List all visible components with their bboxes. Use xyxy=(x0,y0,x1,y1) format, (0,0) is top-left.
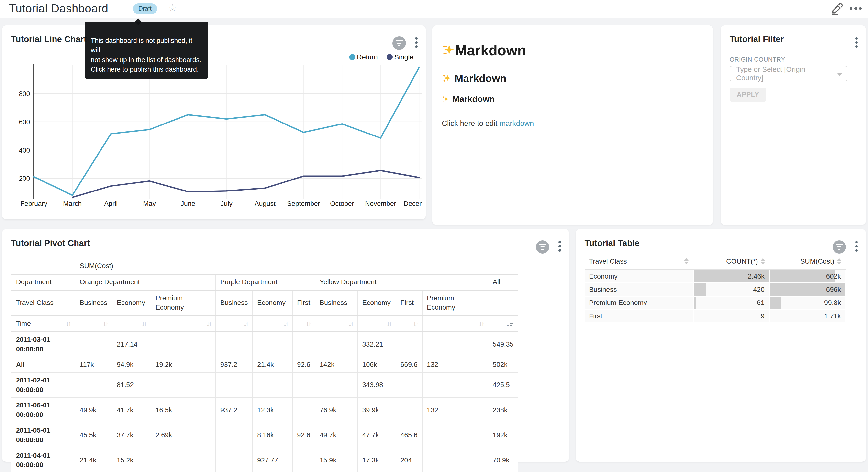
pivot-row-label: 2011-06-01 00:00:00 xyxy=(11,397,75,423)
col-header-travel-class[interactable]: Travel Class xyxy=(585,255,693,269)
pivot-class-header: Premium Economy xyxy=(422,290,488,316)
pivot-class-header: Business xyxy=(216,290,253,316)
origin-country-select[interactable]: Type or Select [Origin Country] xyxy=(730,66,847,81)
sort-icon[interactable]: ↓↑ xyxy=(103,319,107,328)
pivot-cell: 8.16k xyxy=(253,423,292,448)
pivot-cell xyxy=(216,373,253,398)
pivot-cell xyxy=(216,448,253,472)
pivot-data-row: 2011-05-01 00:00:0045.5k37.7k2.69k8.16k9… xyxy=(11,423,518,448)
pivot-cell: 92.6 xyxy=(292,423,315,448)
pivot-cell: 549.35 xyxy=(488,332,518,357)
pivot-cell xyxy=(422,423,488,448)
column-sorter-icon[interactable] xyxy=(837,258,841,264)
dashboard-app: Tutorial Dashboard Draft ☆ This dashboar… xyxy=(0,0,868,472)
sort-desc-icon[interactable]: ↓ xyxy=(506,319,514,328)
svg-text:October: October xyxy=(330,200,354,207)
filter-indicator-icon[interactable] xyxy=(833,240,846,254)
cell-sum: 696k xyxy=(770,283,846,296)
legend-item-single[interactable]: Single xyxy=(386,53,413,61)
pivot-class-header: First xyxy=(292,290,315,316)
pivot-cell: 132 xyxy=(422,357,488,373)
markdown-paragraph: Click here to edit markdown xyxy=(442,119,704,128)
filter-indicator-icon[interactable] xyxy=(393,36,406,50)
pivot-cell: 15.9k xyxy=(315,448,358,472)
pivot-cell: 19.2k xyxy=(151,357,216,373)
column-sorter-icon[interactable] xyxy=(761,258,765,264)
svg-text:June: June xyxy=(181,200,195,207)
pivot-cell xyxy=(396,397,422,423)
cell-count: 61 xyxy=(693,296,770,309)
chart-menu-kebab-icon[interactable] xyxy=(415,37,418,48)
edit-pencil-icon[interactable] xyxy=(830,2,843,16)
line-chart[interactable]: 200400600800FebruaryMarchAprilMayJuneJul… xyxy=(8,63,422,212)
pivot-cell xyxy=(216,423,253,448)
chart-menu-kebab-icon[interactable] xyxy=(855,241,858,252)
svg-text:600: 600 xyxy=(19,118,30,126)
cell-travel-class: Business xyxy=(585,283,693,296)
filter-menu-kebab-icon[interactable] xyxy=(855,37,858,48)
sparkles-icon xyxy=(442,43,455,57)
svg-text:April: April xyxy=(104,200,118,207)
pivot-metric-row: SUM(Cost) xyxy=(11,258,518,274)
pivot-row-dimension: Travel Class xyxy=(11,290,75,316)
svg-text:November: November xyxy=(365,200,396,207)
sort-icon[interactable]: ↓↑ xyxy=(413,319,417,328)
panel-tutorial-filter: Tutorial Filter ORIGIN COUNTRY Type or S… xyxy=(721,25,866,225)
pivot-time-dimension: Time↓↑ xyxy=(11,316,75,332)
pivot-cell xyxy=(315,373,358,398)
pivot-cell: 92.6 xyxy=(292,357,315,373)
pivot-cell: 117k xyxy=(75,357,112,373)
pivot-department-row: DepartmentOrange DepartmentPurple Depart… xyxy=(11,274,518,290)
filter-indicator-icon[interactable] xyxy=(536,240,549,254)
tooltip-arrow xyxy=(134,18,142,25)
pivot-class-header: Business xyxy=(75,290,112,316)
panel-tutorial-table: Tutorial Table Travel ClassCOUNT(*)SUM(C… xyxy=(576,229,866,462)
svg-text:September: September xyxy=(287,200,320,207)
sort-icon[interactable]: ↓↑ xyxy=(283,319,288,328)
svg-text:March: March xyxy=(63,200,82,207)
draft-status-badge[interactable]: Draft xyxy=(133,3,157,14)
col-header-count[interactable]: COUNT(*) xyxy=(693,255,770,269)
sort-icon[interactable]: ↓↑ xyxy=(142,319,146,328)
pivot-class-header: First xyxy=(396,290,422,316)
col-header-sum-cost[interactable]: SUM(Cost) xyxy=(770,255,846,269)
pivot-cell xyxy=(422,373,488,398)
markdown-edit-link[interactable]: markdown xyxy=(499,119,534,127)
sort-icon[interactable]: ↓↑ xyxy=(348,319,353,328)
pivot-class-row: Travel ClassBusinessEconomyPremium Econo… xyxy=(11,290,518,316)
pivot-cell: 94.9k xyxy=(112,357,151,373)
pivot-data-row: 2011-03-01 00:00:00217.14332.21549.35 xyxy=(11,332,518,357)
more-actions-icon[interactable] xyxy=(850,7,862,9)
sort-icon[interactable]: ↓↑ xyxy=(479,319,484,328)
pivot-cell xyxy=(396,332,422,357)
sort-icon[interactable]: ↓↑ xyxy=(386,319,391,328)
column-sorter-icon[interactable] xyxy=(684,258,688,264)
cell-sum: 99.8k xyxy=(770,296,846,309)
sort-icon[interactable]: ↓↑ xyxy=(244,319,248,328)
pivot-row-label: 2011-04-01 00:00:00 xyxy=(11,448,75,472)
table-row: Business420696k xyxy=(585,283,846,296)
sparkles-icon xyxy=(442,73,452,83)
filter-title: Tutorial Filter xyxy=(730,34,784,44)
legend-item-return[interactable]: Return xyxy=(349,53,378,61)
apply-button[interactable]: APPLY xyxy=(730,88,766,102)
sort-icon[interactable]: ↓↑ xyxy=(306,319,310,328)
pivot-cell: 76.9k xyxy=(315,397,358,423)
panel-markdown: Markdown Markdown Markdown Click here to… xyxy=(432,25,713,225)
pivot-cell: 502k xyxy=(488,357,518,373)
select-placeholder: Type or Select [Origin Country] xyxy=(736,65,834,82)
favorite-star-icon[interactable]: ☆ xyxy=(168,2,177,13)
pivot-cell: 332.21 xyxy=(358,332,396,357)
chevron-down-icon xyxy=(837,73,842,76)
chart-menu-kebab-icon[interactable] xyxy=(558,241,561,252)
publish-tooltip[interactable]: This dashboard is not published, it will… xyxy=(85,22,208,79)
sort-icon[interactable]: ↓↑ xyxy=(66,319,70,328)
pivot-cell: 37.7k xyxy=(112,423,151,448)
pivot-cell xyxy=(253,373,292,398)
table-row: First91.71k xyxy=(585,309,846,323)
pivot-class-header: Economy xyxy=(253,290,292,316)
pivot-cell: 49.7k xyxy=(315,423,358,448)
data-table: Travel ClassCOUNT(*)SUM(Cost)Economy2.46… xyxy=(585,255,846,323)
svg-text:August: August xyxy=(254,200,276,207)
sort-icon[interactable]: ↓↑ xyxy=(206,319,211,328)
